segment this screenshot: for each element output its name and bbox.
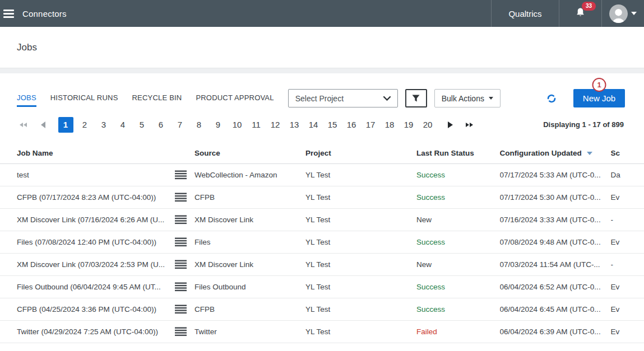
status-cell: Success: [416, 238, 500, 246]
next-page-button[interactable]: [444, 117, 456, 133]
updated-cell: 06/04/2024 6:39 AM (UTC-0...: [500, 327, 611, 336]
annotation-badge: 1: [592, 78, 606, 92]
page-number[interactable]: 8: [192, 117, 207, 133]
page-number[interactable]: 10: [230, 117, 245, 133]
header-schedule[interactable]: Sc: [611, 149, 644, 157]
row-menu-icon: [175, 237, 187, 247]
table-body: test WebCollection - Amazon YL Test Succ…: [0, 164, 644, 343]
status-cell: New: [416, 260, 500, 269]
bulk-actions-button[interactable]: Bulk Actions: [434, 89, 501, 107]
schedule-cell: Ev: [611, 238, 644, 246]
header-job-name[interactable]: Job Name: [17, 149, 174, 157]
topbar: Connectors Qualtrics 33: [0, 0, 644, 27]
row-menu-button[interactable]: [174, 303, 188, 315]
row-menu-button[interactable]: [174, 214, 188, 226]
jobs-table: Job Name Source Project Last Run Status …: [0, 142, 644, 343]
source-cell: XM Discover Link: [194, 216, 305, 224]
table-row[interactable]: Twitter (04/29/2024 7:25 AM (UTC-04:00))…: [0, 321, 644, 343]
job-name-cell: Files Outbound (06/04/2024 9:45 AM (UT..…: [17, 283, 174, 291]
row-menu-icon: [175, 215, 187, 224]
row-menu-icon: [175, 327, 187, 336]
updated-cell: 07/17/2024 5:30 AM (UTC-0...: [500, 193, 611, 202]
status-cell: Success: [416, 305, 500, 313]
table-row[interactable]: XM Discover Link (07/16/2024 6:26 AM (U.…: [0, 209, 644, 231]
page-number[interactable]: 18: [382, 117, 397, 133]
page-number[interactable]: 4: [115, 117, 131, 133]
page-number[interactable]: 12: [268, 117, 283, 133]
caret-down-icon: [489, 97, 493, 100]
row-menu-button[interactable]: [174, 259, 188, 270]
refresh-button[interactable]: [546, 93, 557, 104]
page-number[interactable]: 19: [401, 117, 416, 133]
table-row[interactable]: test WebCollection - Amazon YL Test Succ…: [0, 164, 644, 186]
table-row[interactable]: CFPB (07/17/2024 8:23 AM (UTC-04:00)) CF…: [0, 186, 644, 209]
page-number[interactable]: 3: [96, 117, 112, 133]
page-title: Jobs: [17, 42, 37, 53]
header-project[interactable]: Project: [305, 149, 416, 157]
user-menu-button[interactable]: [601, 0, 644, 27]
status-cell: Success: [416, 171, 500, 179]
project-select-value: Select Project: [295, 94, 344, 103]
page-number[interactable]: 13: [287, 117, 302, 133]
source-cell: Twitter: [194, 327, 305, 336]
page-number[interactable]: 15: [325, 117, 340, 133]
table-row[interactable]: Files Outbound (06/04/2024 9:45 AM (UT..…: [0, 276, 644, 298]
updated-cell: 07/03/2024 11:54 AM (UTC-...: [500, 260, 611, 269]
table-row[interactable]: XM Discover Link (07/03/2024 2:53 PM (U.…: [0, 254, 644, 276]
tab-jobs[interactable]: JOBS: [17, 93, 36, 107]
row-menu-button[interactable]: [174, 191, 188, 203]
page-number[interactable]: 7: [173, 117, 188, 133]
project-cell: YL Test: [305, 171, 416, 179]
notifications-button[interactable]: 33: [559, 0, 601, 27]
chevron-down-icon: [631, 12, 637, 15]
page-number[interactable]: 6: [154, 117, 169, 133]
refresh-icon: [546, 93, 557, 104]
page-number[interactable]: 9: [211, 117, 226, 133]
page-number[interactable]: 2: [77, 117, 92, 133]
toolbar: JOBSHISTORICAL RUNSRECYCLE BINPRODUCT AP…: [0, 89, 644, 107]
page-number[interactable]: 5: [135, 117, 150, 133]
last-page-button[interactable]: [463, 117, 475, 133]
project-cell: YL Test: [305, 283, 416, 291]
tab-product-approval[interactable]: PRODUCT APPROVAL: [196, 93, 274, 107]
header-configuration-updated[interactable]: Configuration Updated: [500, 149, 611, 157]
bulk-actions-label: Bulk Actions: [442, 94, 484, 103]
page-number[interactable]: 1: [58, 117, 73, 133]
project-cell: YL Test: [305, 216, 416, 224]
header-source[interactable]: Source: [194, 149, 305, 157]
first-page-button[interactable]: [17, 117, 29, 133]
table-row[interactable]: Files (07/08/2024 12:40 PM (UTC-04:00)) …: [0, 231, 644, 254]
source-cell: WebCollection - Amazon: [194, 171, 305, 179]
updated-cell: 07/08/2024 9:48 AM (UTC-0...: [500, 238, 611, 246]
row-menu-icon: [175, 170, 187, 180]
brand-label: Qualtrics: [491, 0, 559, 27]
project-cell: YL Test: [305, 193, 416, 202]
header-last-run-status[interactable]: Last Run Status: [416, 149, 500, 157]
row-menu-button[interactable]: [174, 281, 188, 293]
updated-cell: 06/04/2024 6:52 AM (UTC-0...: [500, 283, 611, 291]
page-number[interactable]: 17: [363, 117, 378, 133]
page-number[interactable]: 20: [420, 117, 435, 133]
chevron-down-icon: [383, 96, 391, 101]
schedule-cell: -: [611, 260, 644, 269]
previous-page-button[interactable]: [37, 117, 49, 133]
page-number[interactable]: 16: [344, 117, 359, 133]
status-cell: Success: [416, 283, 500, 291]
project-cell: YL Test: [305, 238, 416, 246]
page-header: Jobs: [0, 27, 644, 68]
project-cell: YL Test: [305, 260, 416, 269]
tab-recycle-bin[interactable]: RECYCLE BIN: [132, 93, 182, 107]
row-menu-button[interactable]: [174, 169, 188, 181]
page-number[interactable]: 11: [249, 117, 264, 133]
table-row[interactable]: CFPB (04/25/2024 3:36 PM (UTC-04:00)) CF…: [0, 298, 644, 321]
job-name-cell: CFPB (07/17/2024 8:23 AM (UTC-04:00)): [17, 193, 174, 202]
project-cell: YL Test: [305, 327, 416, 336]
row-menu-button[interactable]: [174, 236, 188, 248]
sort-descending-icon: [587, 152, 592, 155]
row-menu-button[interactable]: [174, 326, 188, 338]
project-select[interactable]: Select Project: [288, 89, 398, 107]
page-number[interactable]: 14: [306, 117, 321, 133]
job-name-cell: XM Discover Link (07/03/2024 2:53 PM (U.…: [17, 260, 174, 269]
filter-button[interactable]: [405, 89, 427, 107]
tab-historical-runs[interactable]: HISTORICAL RUNS: [50, 93, 118, 107]
